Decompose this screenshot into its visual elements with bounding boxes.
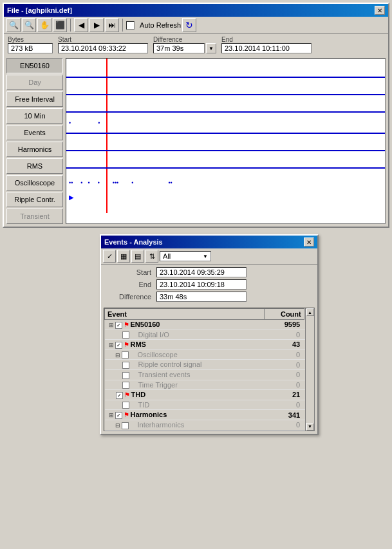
sidebar-btn-ripple[interactable]: Ripple Contr.: [6, 192, 63, 207]
events-check-button[interactable]: ✓: [103, 250, 116, 263]
sidebar-btn-harmonics[interactable]: Harmonics: [6, 142, 63, 157]
table-row[interactable]: TID0: [105, 400, 315, 410]
zoom-out-button[interactable]: 🔍: [22, 18, 36, 32]
event-label: Harmonics: [131, 411, 167, 418]
events-filter-value: All: [163, 252, 171, 260]
signal-line-6: [66, 167, 385, 169]
events-filter-dropdown[interactable]: All ▼: [160, 251, 211, 261]
next-button[interactable]: ▶: [89, 18, 104, 32]
row-checkbox[interactable]: ✓: [115, 412, 122, 419]
event-cell: Ripple control signal: [105, 360, 265, 370]
sidebar-btn-transient[interactable]: Transient: [6, 209, 63, 224]
events-grid-button[interactable]: ▦: [117, 250, 130, 263]
expand-icon[interactable]: ⊞: [109, 322, 114, 328]
count-cell: 341: [264, 410, 304, 420]
ev-start-row: Start 23.10.2014 09:35:29: [106, 267, 312, 277]
table-row[interactable]: ⊟Oscilloscope0: [105, 349, 315, 360]
row-checkbox[interactable]: ✓: [115, 342, 122, 349]
bytes-group: Bytes 273 kB: [8, 36, 53, 53]
scrollbar[interactable]: ▲ ▼: [305, 308, 314, 431]
scroll-track: [306, 316, 314, 423]
select-button[interactable]: ⬛: [53, 18, 67, 32]
main-window: File - [aghpikni.def] ✕ 🔍 🔍 ✋ ⬛ ◀ ▶ ⏭ Au…: [3, 3, 389, 228]
toolbar-separator: [70, 19, 71, 32]
ev-start-value: 23.10.2014 09:35:29: [156, 267, 247, 277]
diff-arrow-button[interactable]: ▼: [206, 43, 216, 53]
expand-icon[interactable]: ⊞: [109, 412, 114, 418]
row-checkbox[interactable]: [122, 331, 129, 339]
event-cell: ⊟Oscilloscope: [105, 349, 265, 360]
table-row[interactable]: ⊞✓⚑RMS43: [105, 340, 315, 350]
expand-icon[interactable]: ⊟: [115, 352, 120, 358]
sidebar-btn-free-interval[interactable]: Free Interval: [6, 91, 63, 107]
table-row[interactable]: Transient events0: [105, 369, 315, 380]
row-checkbox[interactable]: [122, 362, 129, 369]
row-checkbox[interactable]: [122, 382, 129, 389]
sidebar-btn-oscilloscope[interactable]: Oscilloscope: [6, 175, 63, 191]
event-label: Oscilloscope: [138, 351, 178, 358]
table-row[interactable]: Ripple control signal0: [105, 360, 315, 370]
event-cell: Digital I/O: [105, 330, 265, 340]
count-cell: 0: [264, 369, 304, 380]
table-row[interactable]: Digital I/O0: [105, 330, 315, 340]
bytes-label: Bytes: [8, 36, 53, 43]
event-dots-row-1: • •: [66, 120, 385, 126]
event-label: Ripple control signal: [138, 360, 202, 368]
diff-value: 37m 39s: [153, 43, 205, 53]
prev-button[interactable]: ◀: [74, 18, 88, 32]
row-checkbox[interactable]: ✓: [115, 322, 122, 329]
event-label: TID: [138, 401, 150, 409]
main-close-button[interactable]: ✕: [375, 6, 385, 15]
ev-diff-value: 33m 48s: [156, 292, 247, 302]
main-toolbar: 🔍 🔍 ✋ ⬛ ◀ ▶ ⏭ Auto Refresh ↻: [4, 17, 388, 34]
row-checkbox[interactable]: [122, 402, 129, 409]
event-cell: ⊟Interharmonics: [105, 420, 265, 430]
last-button[interactable]: ⏭: [105, 18, 119, 32]
sidebar: EN50160 Day Free Interval 10 Min Events …: [6, 58, 63, 224]
row-checkbox[interactable]: [122, 372, 129, 379]
event-dots-row-2: •• • • • ••• • ••: [66, 180, 385, 186]
flag-icon: ⚑: [124, 391, 130, 398]
table-row[interactable]: ⊟Interharmonics0: [105, 420, 315, 430]
table-row[interactable]: ⊞✓⚑Harmonics341: [105, 410, 315, 420]
sidebar-btn-10min[interactable]: 10 Min: [6, 108, 63, 124]
start-label: Start: [58, 36, 148, 43]
signal-line-2: [66, 94, 385, 95]
end-value: 23.10.2014 10:11:00: [221, 43, 312, 53]
table-row[interactable]: ✓⚑THD21: [105, 390, 315, 400]
sidebar-btn-rms[interactable]: RMS: [6, 158, 63, 174]
events-title-bar: Events - Analysis ✕: [101, 236, 317, 248]
scroll-down-button[interactable]: ▼: [306, 423, 314, 431]
zoom-in-button[interactable]: 🔍: [6, 18, 21, 32]
refresh-button[interactable]: ↻: [182, 18, 196, 32]
sidebar-btn-en50160[interactable]: EN50160: [6, 58, 63, 73]
expand-icon[interactable]: ⊞: [109, 342, 114, 348]
events-sort-button[interactable]: ⇅: [145, 250, 158, 263]
sidebar-btn-events[interactable]: Events: [6, 125, 63, 140]
table-row[interactable]: Time Trigger0: [105, 380, 315, 390]
row-checkbox[interactable]: ✓: [116, 392, 123, 399]
event-label: RMS: [131, 340, 146, 348]
bytes-value: 273 kB: [8, 43, 53, 53]
flag-marker: ▶: [69, 194, 74, 201]
scroll-up-button[interactable]: ▲: [306, 308, 314, 316]
count-cell: 0: [264, 349, 304, 360]
pan-button[interactable]: ✋: [37, 18, 51, 32]
count-cell: 0: [264, 400, 304, 410]
expand-icon[interactable]: ⊟: [115, 422, 120, 429]
main-title-bar: File - [aghpikni.def] ✕: [4, 4, 388, 17]
events-table-button[interactable]: ▤: [131, 250, 144, 263]
row-checkbox[interactable]: [122, 351, 129, 358]
event-label: THD: [131, 391, 146, 398]
count-cell: 9595: [264, 320, 304, 330]
sidebar-btn-day[interactable]: Day: [6, 75, 63, 90]
table-row[interactable]: ⊞✓⚑EN501609595: [105, 320, 315, 330]
events-close-button[interactable]: ✕: [304, 237, 314, 247]
count-cell: 43: [264, 340, 304, 350]
row-checkbox[interactable]: [122, 422, 129, 429]
auto-refresh-checkbox[interactable]: [126, 21, 135, 30]
diff-group: Difference 37m 39s ▼: [153, 36, 216, 53]
event-cell: ⊞✓⚑Harmonics: [105, 410, 265, 420]
signal-line-3: [66, 111, 385, 113]
flag-icon: ⚑: [124, 321, 129, 328]
